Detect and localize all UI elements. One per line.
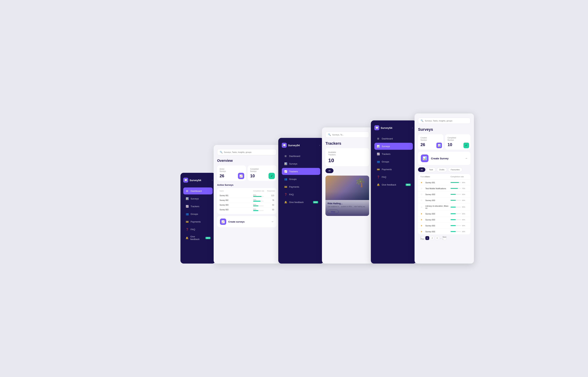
star-empty-icon: ☆ [420,187,423,190]
nav-item-trackers[interactable]: 📈Trackers [282,168,320,175]
nav-item-payments[interactable]: 💳Payments [374,166,413,173]
active-surveys-table: Name Completion rate Responses Survey 00… [217,188,277,214]
filter-tab-task[interactable]: Task [426,167,436,172]
create-surveys-button[interactable]: 📈 Create surveys → [217,216,277,227]
list-item: ☆ Survey 003 50% [418,197,470,203]
completed-surveys-icon: ✓ [464,142,469,148]
nav-label-dashboard: Dashboard [191,190,202,192]
nav-item-surveys[interactable]: 📊Surveys [183,195,213,202]
search-bar-p2[interactable]: 🔍 [217,149,277,155]
nav-item-groups[interactable]: 👥Groups [282,176,320,183]
survey-rate-fill [451,207,456,208]
survey-rate-bar [451,219,461,220]
star-empty-icon: ☆ [420,193,423,196]
filter-tab-all[interactable]: All [418,167,425,172]
search-input-p6[interactable] [425,120,468,122]
create-survey-card[interactable]: 📊 Create Survey → [418,152,470,165]
filter-tab-all-p4[interactable]: All [325,168,333,173]
nav-item-feedback[interactable]: 🔔Give feedbackNEW [183,234,213,242]
search-input-p4[interactable] [332,134,367,136]
survey-rate: 80% [451,182,468,183]
survey-rate-pct: 80% [462,182,465,183]
star-container[interactable]: ☆ [420,187,425,190]
logo-icon-p3: 💬 [282,143,287,148]
star-container[interactable]: ☆ [420,193,425,196]
survey-rate-pct: 50% [462,194,465,195]
td-name: Survey 003 [220,209,253,211]
nav-item-faq[interactable]: ❓FAQ [183,226,213,233]
create-surveys-label: Create surveys [228,220,269,223]
page-2-button[interactable]: 2 [430,236,434,240]
search-bar-p4[interactable]: 🔍 [325,132,369,138]
nav-item-groups[interactable]: 👥Groups [183,211,213,217]
survey-rate-bar [451,182,461,183]
panel2-dashboard: 🔍 Overview ActiveSurveys 26 📈 CompletedS… [214,145,280,264]
panel1-nav: ⊞Dashboard📊Surveys📈Trackers👥Groups💳Payme… [183,188,213,242]
stat-completed-surveys: CompletedSurveys 10 ✓ [248,165,277,181]
nav-label-payments: Payments [191,220,201,223]
filter-tab-drafts[interactable]: Drafts [437,167,447,172]
star-container[interactable]: ★ [420,218,425,221]
nav-item-faq[interactable]: ❓FAQ [374,174,413,180]
collapse-icon[interactable]: ‹ [212,179,213,181]
logo-icon-p5: 💬 [374,125,379,130]
nav-item-groups[interactable]: 👥Groups [374,158,413,165]
nav-item-payments[interactable]: 💳Payments [282,183,320,190]
search-input-p2[interactable] [224,151,274,153]
star-container[interactable]: ★ [420,224,425,227]
table-row: Survey 002 70% 78 [219,198,274,203]
nav-item-dashboard[interactable]: ⊞Dashboard [282,153,320,160]
stat-icon-active: 📈 [238,173,244,179]
collapse-icon-p5[interactable]: ‹ [412,126,413,129]
td-name: Survey 001 [220,195,253,197]
page-3-button[interactable]: 3 [435,236,439,240]
survey-rate-pct: 50% [462,200,465,201]
survey-rate-pct: 50% [462,213,465,215]
star-container[interactable]: ★ [420,181,425,184]
nav-item-trackers[interactable]: 📈Trackers [374,151,413,157]
nav-item-feedback[interactable]: 🔔Give feedbackNEW [282,199,320,206]
surveys-title: Surveys [418,127,470,132]
logo-p5: 💬 Survey54 [374,125,392,130]
tracker-img-overlay [325,192,369,216]
survey-list-header: Favourites Name Completion rate [418,174,470,180]
collapse-icon-p3[interactable]: ‹ [319,144,320,147]
nav-label-faq: FAQ [382,176,386,178]
nav-icon-groups: 👥 [377,160,380,163]
star-container[interactable]: ☆ [420,206,425,208]
search-bar-p6[interactable]: 🔍 [418,118,470,124]
star-container[interactable]: ★ [420,212,425,215]
filter-tab-favourites[interactable]: Favourites [448,167,462,172]
nav-item-surveys[interactable]: 📊Surveys [282,160,320,167]
progress-fill [253,196,261,197]
nav-item-dashboard[interactable]: ⊞Dashboard [183,188,213,194]
star-container[interactable]: ☆ [420,199,425,201]
completed-surveys-label: CompletedSurveys [448,137,468,141]
prev-page-button[interactable]: ‹ Prev [420,236,424,240]
stat-icon-completed: ✓ [269,173,275,179]
nav-item-surveys[interactable]: 📊Surveys [374,143,413,150]
page-1-button[interactable]: 1 [425,236,429,240]
next-page-button[interactable]: Next › [442,236,446,240]
panel3-trackers-nav: 💬 Survey54 ‹ ⊞Dashboard📊Surveys📈Trackers… [278,138,324,264]
nav-item-dashboard[interactable]: ⊞Dashboard [374,135,413,142]
nav-label-feedback: Give feedback [382,183,396,186]
panel3-nav: ⊞Dashboard📊Surveys📈Trackers👥Groups💳Payme… [282,153,320,206]
panel5-surveys-nav: 💬 Survey54 ‹ ⊞Dashboard📊Surveys📈Trackers… [371,120,416,264]
logo-text-p3: Survey54 [288,144,300,147]
tracker-stat-label: AvailableTrackers [328,151,366,156]
nav-label-groups: Groups [191,213,198,215]
table-row: Survey 003 50% 53 [219,203,274,207]
star-container[interactable]: ★ [420,230,425,233]
survey-name: Survey 003 [425,199,451,201]
panel4-trackers-content: 🔍 Trackers AvailableTrackers 10 All 🌴 Ri… [322,127,373,264]
nav-item-trackers[interactable]: 📈Trackers [183,203,213,210]
tracker-image: 🌴 [325,176,369,200]
progress-bar [253,201,264,201]
nav-item-feedback[interactable]: 🔔Give feedbackNEW [374,181,413,188]
survey-rate: 50% [451,200,468,201]
nav-badge-feedback: NEW [313,201,318,203]
nav-item-faq[interactable]: ❓FAQ [282,191,320,198]
nav-item-payments[interactable]: 💳Payments [183,218,213,225]
survey-name: Test Mobile Notifications [425,188,451,189]
